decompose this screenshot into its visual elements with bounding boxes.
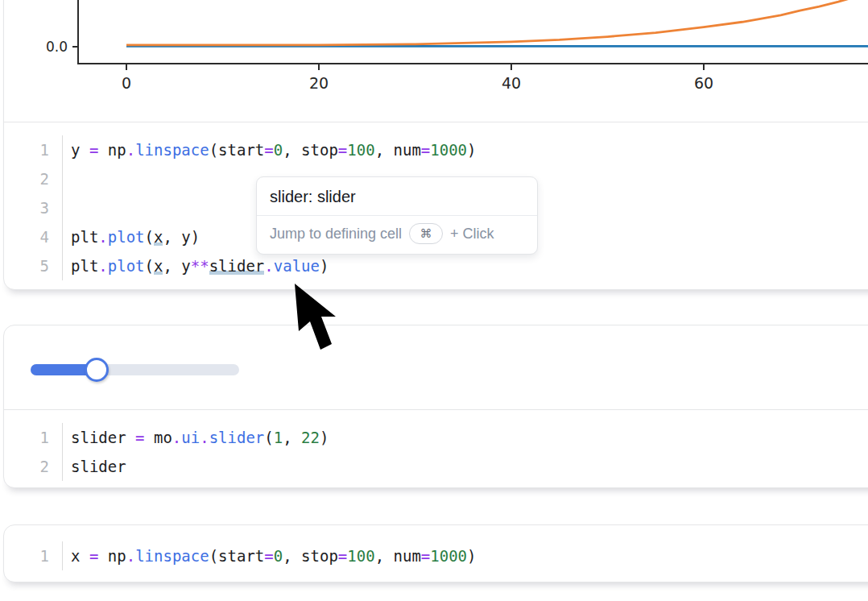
- code-editor-slider[interactable]: 1slider = mo.ui.slider(1, 22)2slider: [4, 410, 868, 491]
- code-text: [63, 164, 71, 193]
- marimo-notebook: 02040600.0 1y = np.linspace(start=0, sto…: [0, 0, 868, 601]
- code-text: y = np.linspace(start=0, stop=100, num=1…: [63, 135, 477, 164]
- line-number: 2: [4, 164, 63, 193]
- svg-text:40: 40: [502, 74, 521, 92]
- svg-text:60: 60: [694, 74, 713, 92]
- line-number: 1: [4, 541, 63, 570]
- tooltip-title: slider: slider: [257, 177, 537, 215]
- line-number: 1: [4, 423, 63, 452]
- cell-slider: 1slider = mo.ui.slider(1, 22)2slider: [3, 325, 868, 488]
- line-number: 4: [4, 222, 63, 251]
- mouse-cursor-icon: [288, 280, 345, 357]
- tooltip-hint-row: Jump to defining cell ⌘ + Click: [257, 216, 537, 254]
- svg-text:0.0: 0.0: [46, 39, 68, 55]
- code-text: [63, 193, 71, 222]
- svg-text:20: 20: [309, 74, 329, 92]
- plot-output: 02040600.0: [4, 0, 868, 122]
- code-text: slider: [63, 452, 126, 481]
- line-number: 2: [4, 452, 63, 481]
- code-editor-x[interactable]: 1x = np.linspace(start=0, stop=100, num=…: [4, 525, 868, 582]
- slider-thumb[interactable]: [85, 358, 109, 382]
- code-text: plt.plot(x, y): [63, 222, 200, 251]
- code-line[interactable]: 1slider = mo.ui.slider(1, 22): [4, 423, 868, 452]
- line-number: 1: [4, 135, 63, 164]
- variable-tooltip: slider: slider Jump to defining cell ⌘ +…: [256, 176, 538, 255]
- slider-output: [4, 325, 868, 410]
- code-text: plt.plot(x, y**slider.value): [63, 251, 329, 280]
- code-text: x = np.linspace(start=0, stop=100, num=1…: [63, 541, 477, 570]
- tooltip-action-label: Jump to defining cell: [270, 226, 402, 242]
- code-text: slider = mo.ui.slider(1, 22): [63, 423, 329, 452]
- line-number: 5: [4, 251, 63, 280]
- matplotlib-chart: 02040600.0: [4, 0, 868, 122]
- code-line[interactable]: 2slider: [4, 452, 868, 481]
- svg-text:0: 0: [122, 74, 131, 92]
- code-line[interactable]: 5plt.plot(x, y**slider.value): [4, 251, 868, 280]
- tooltip-suffix: + Click: [450, 226, 494, 242]
- cell-x: 1x = np.linspace(start=0, stop=100, num=…: [3, 524, 868, 582]
- line-number: 3: [4, 193, 63, 222]
- code-line[interactable]: 1y = np.linspace(start=0, stop=100, num=…: [4, 135, 868, 164]
- command-key-icon: ⌘: [409, 223, 443, 244]
- code-line[interactable]: 1x = np.linspace(start=0, stop=100, num=…: [4, 541, 868, 570]
